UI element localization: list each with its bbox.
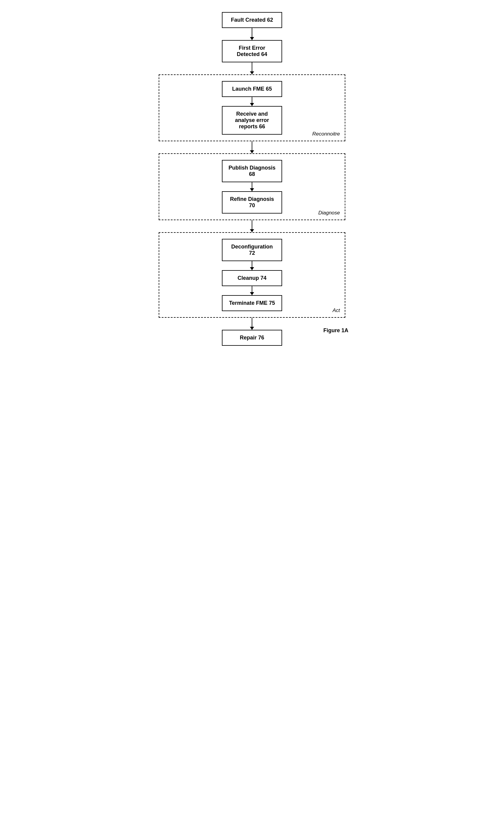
- cleanup-label: Cleanup 74: [238, 275, 266, 281]
- deconfiguration-label: Deconfiguration72: [231, 244, 273, 256]
- receive-analyse-label: Receive andanalyse errorreports 66: [235, 111, 269, 129]
- arrow-4: [252, 141, 252, 153]
- launch-fme-label: Launch FME 65: [232, 86, 272, 92]
- reconnoitre-group: Launch FME 65 Receive andanalyse errorre…: [159, 74, 345, 141]
- figure-label: Figure 1A: [323, 327, 348, 334]
- arrow-2: [252, 62, 252, 74]
- diagnose-group: Publish Diagnosis68 Refine Diagnosis70 D…: [159, 153, 345, 220]
- publish-diagnosis-box: Publish Diagnosis68: [222, 160, 282, 182]
- deconfiguration-box: Deconfiguration72: [222, 239, 282, 261]
- arrow-7: [252, 261, 252, 270]
- repair-label: Repair 76: [240, 334, 264, 340]
- repair-box: Repair 76: [222, 330, 282, 346]
- arrow-3: [252, 97, 252, 106]
- diagnose-label: Diagnose: [318, 210, 340, 216]
- refine-diagnosis-box: Refine Diagnosis70: [222, 191, 282, 213]
- cleanup-box: Cleanup 74: [222, 270, 282, 286]
- arrow-5: [252, 182, 252, 191]
- arrow-9: [252, 318, 252, 330]
- fault-created-label: Fault Created 62: [231, 17, 273, 23]
- reconnoitre-label: Reconnoitre: [312, 131, 340, 137]
- arrow-8: [252, 286, 252, 295]
- refine-diagnosis-label: Refine Diagnosis70: [230, 196, 274, 208]
- diagram-container: Fault Created 62 First ErrorDetected 64 …: [159, 12, 345, 346]
- terminate-fme-box: Terminate FME 75: [222, 295, 282, 311]
- first-error-label: First ErrorDetected 64: [237, 45, 267, 57]
- act-group: Deconfiguration72 Cleanup 74 Terminate F…: [159, 232, 345, 318]
- arrow-1: [252, 28, 252, 40]
- arrow-6: [252, 220, 252, 232]
- act-label: Act: [332, 307, 340, 313]
- launch-fme-box: Launch FME 65: [222, 81, 282, 97]
- terminate-fme-label: Terminate FME 75: [229, 300, 275, 306]
- fault-created-box: Fault Created 62: [222, 12, 282, 28]
- receive-analyse-box: Receive andanalyse errorreports 66: [222, 106, 282, 135]
- publish-diagnosis-label: Publish Diagnosis68: [229, 165, 275, 177]
- first-error-box: First ErrorDetected 64: [222, 40, 282, 62]
- flow-column: Fault Created 62 First ErrorDetected 64 …: [159, 12, 345, 346]
